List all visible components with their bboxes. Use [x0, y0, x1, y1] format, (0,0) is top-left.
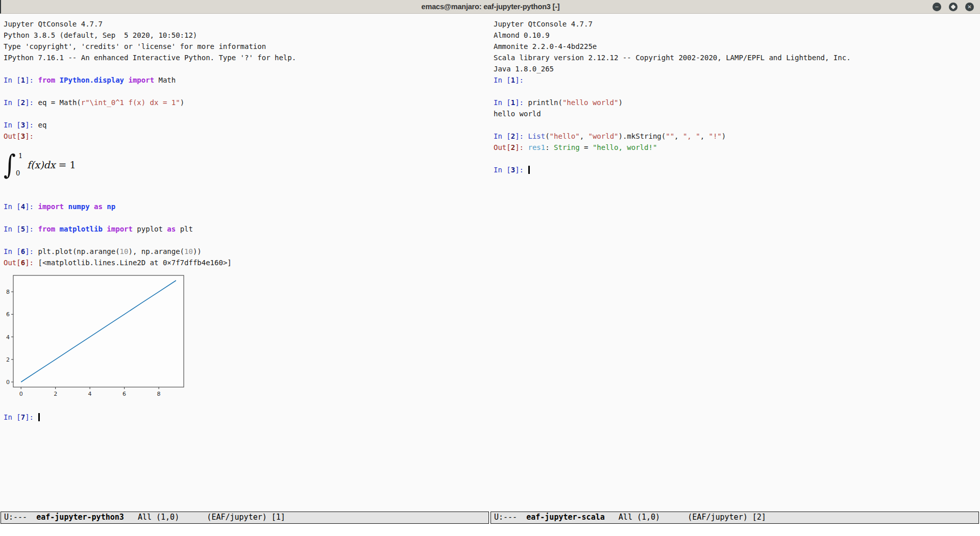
- console-line: In [5]: from matplotlib import pyplot as…: [4, 223, 490, 235]
- svg-text:0: 0: [19, 391, 23, 397]
- svg-text:8: 8: [6, 289, 10, 295]
- console-line: [4, 212, 490, 223]
- minimize-icon: −: [935, 5, 939, 10]
- svg-text:2: 2: [54, 391, 57, 397]
- console-line: In [2]: eq = Math(r"\int_0^1 f(x) dx = 1…: [4, 97, 490, 108]
- console-line: Ammonite 2.2.0-4-4bd225e: [494, 41, 980, 52]
- console-line: Python 3.8.5 (default, Sep 5 2020, 10:50…: [4, 30, 490, 41]
- console-line: Type 'copyright', 'credits' or 'license'…: [4, 41, 490, 52]
- python-console-pane[interactable]: Jupyter QtConsole 4.7.7Python 3.8.5 (def…: [0, 14, 490, 512]
- echo-area[interactable]: [0, 524, 980, 536]
- console-line: Jupyter QtConsole 4.7.7: [494, 18, 980, 30]
- console-line: IPython 7.16.1 -- An enhanced Interactiv…: [4, 52, 490, 63]
- integral-lower-limit: 0: [16, 168, 20, 179]
- text-cursor: [528, 166, 530, 174]
- console-line: In [2]: List("hello", "world").mkString(…: [494, 131, 980, 142]
- console-output: Jupyter QtConsole 4.7.7Almond 0.10.9Ammo…: [494, 18, 980, 175]
- close-button[interactable]: ✕: [965, 3, 974, 11]
- console-line: [4, 63, 490, 74]
- console-output-intro: Jupyter QtConsole 4.7.7Python 3.8.5 (def…: [4, 18, 490, 142]
- line-plot: 0246802468: [4, 272, 193, 397]
- console-line: In [1]: println("hello world"): [494, 97, 980, 108]
- console-line: Java 1.8.0_265: [494, 63, 980, 74]
- svg-text:8: 8: [157, 391, 161, 397]
- console-line: [4, 86, 490, 97]
- maximize-button[interactable]: [949, 3, 958, 11]
- close-icon: ✕: [967, 5, 971, 10]
- console-line: [4, 235, 490, 246]
- integral-sign: ∫: [4, 147, 16, 183]
- console-line: In [1]:: [494, 74, 980, 86]
- svg-text:6: 6: [122, 391, 126, 397]
- console-line: [4, 108, 490, 119]
- console-line: In [6]: plt.plot(np.arange(10), np.arang…: [4, 246, 490, 257]
- titlebar[interactable]: emacs@manjaro: eaf-jupyter-python3 [-] −…: [0, 0, 980, 14]
- console-line: In [3]: eq: [4, 119, 490, 131]
- latex-equation-output: ∫ 1 0 f(x)dx = 1: [4, 149, 490, 181]
- console-line: In [1]: from IPython.display import Math: [4, 74, 490, 86]
- equation-body: f(x)dx = 1: [27, 159, 76, 170]
- modeline-scala[interactable]: U:--- eaf-jupyter-scala All (1,0) (EAF/j…: [491, 512, 979, 524]
- svg-text:0: 0: [6, 379, 10, 386]
- matplotlib-figure: 0246802468: [4, 272, 490, 400]
- console-line: [494, 153, 980, 164]
- svg-text:4: 4: [6, 334, 10, 341]
- console-line: In [4]: import numpy as np: [4, 201, 490, 212]
- modeline-python[interactable]: U:--- eaf-jupyter-python3 All (1,0) (EAF…: [1, 512, 489, 524]
- svg-text:2: 2: [6, 356, 10, 363]
- minimize-button[interactable]: −: [933, 3, 941, 11]
- console-output-mid: In [4]: import numpy as np In [5]: from …: [4, 201, 490, 268]
- integral-limits: 1 0: [16, 150, 24, 180]
- console-line: [494, 86, 980, 97]
- console-line: Jupyter QtConsole 4.7.7: [4, 18, 490, 30]
- window-controls: − ✕: [933, 0, 974, 14]
- console-line: Out[2]: res1: String = "hello, world!": [494, 142, 980, 153]
- console-line: Out[3]:: [4, 131, 490, 142]
- emacs-window: emacs@manjaro: eaf-jupyter-python3 [-] −…: [0, 0, 980, 536]
- console-line: In [3]:: [494, 164, 980, 175]
- scala-console-pane[interactable]: Jupyter QtConsole 4.7.7Almond 0.10.9Ammo…: [490, 14, 980, 512]
- text-cursor: [38, 413, 40, 421]
- window-title: emacs@manjaro: eaf-jupyter-python3 [-]: [422, 3, 560, 11]
- svg-text:6: 6: [6, 311, 10, 318]
- console-line: Out[6]: [<matplotlib.lines.Line2D at 0×7…: [4, 257, 490, 268]
- console-line: Scala library version 2.12.12 -- Copyrig…: [494, 52, 980, 63]
- maximize-icon: [951, 5, 956, 10]
- console-line: [494, 119, 980, 131]
- console-line: In [7]:: [4, 412, 490, 423]
- integral-upper-limit: 1: [18, 150, 22, 162]
- console-line: Almond 0.10.9: [494, 30, 980, 41]
- svg-text:4: 4: [88, 391, 92, 397]
- console-line: hello world: [494, 108, 980, 119]
- console-prompt-current[interactable]: In [7]:: [4, 412, 490, 423]
